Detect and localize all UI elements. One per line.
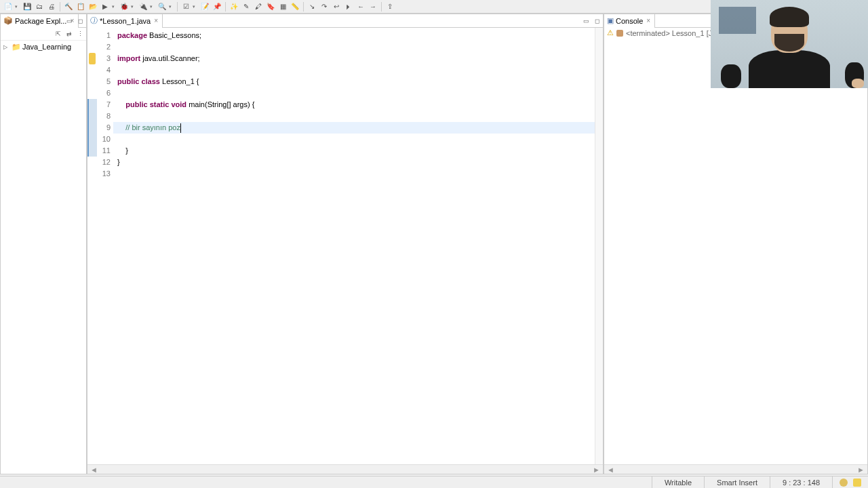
editor-header: Ⓙ *Lesson_1.java × ▭ ◻	[87, 14, 603, 28]
line-number: 12	[97, 157, 113, 168]
code-line[interactable]	[113, 41, 595, 53]
code-line[interactable]: public class Lesson_1 {	[113, 76, 595, 87]
code-line[interactable]	[113, 64, 595, 76]
collapse-icon[interactable]: ⇱	[54, 29, 63, 39]
method-range-marker	[87, 134, 97, 145]
explorer-toolbar: ⇱ ⇄ ⋮	[1, 28, 86, 41]
minimize-icon[interactable]: ▭	[64, 16, 74, 26]
console-tab[interactable]: ▣ Console ×	[604, 14, 655, 28]
dropdown-arrow-icon[interactable]: ▾	[131, 4, 136, 9]
search-button[interactable]: 🔍	[157, 1, 167, 12]
toggle-button[interactable]: ☑	[180, 1, 191, 12]
back-button[interactable]: ←	[355, 1, 366, 12]
mark-button[interactable]: 🔖	[265, 1, 276, 12]
explorer-tree: ▷ 📁 Java_Learning	[1, 41, 86, 474]
code-line[interactable]: // bir sayının poz	[113, 122, 595, 134]
line-number: 2	[97, 41, 113, 53]
method-range-marker	[87, 145, 97, 157]
dropdown-arrow-icon[interactable]: ▾	[193, 4, 198, 9]
print-button[interactable]: 🖨	[46, 1, 57, 12]
code-line[interactable]	[113, 110, 595, 122]
open-button[interactable]: 📂	[87, 1, 98, 12]
dropdown-arrow-icon[interactable]: ▾	[112, 4, 117, 9]
code-line[interactable]	[113, 168, 595, 180]
marker-column	[87, 28, 97, 464]
code-area[interactable]: package Basic_Lessons;import java.util.S…	[113, 28, 595, 464]
method-range-marker	[87, 110, 97, 122]
expand-icon[interactable]: ▷	[3, 44, 10, 50]
minimize-icon[interactable]: ▭	[581, 16, 591, 26]
maximize-icon[interactable]: ◻	[75, 16, 85, 26]
dropdown-arrow-icon[interactable]: ▾	[15, 4, 20, 9]
editor-panel: Ⓙ *Lesson_1.java × ▭ ◻ 12345678910111213…	[87, 14, 604, 474]
line-number: 13	[97, 168, 113, 180]
package-explorer-panel: 📦 Package Expl... × ▭ ◻ ⇱ ⇄ ⋮ ▷ 📁 Java_L…	[0, 14, 87, 474]
project-button[interactable]: 📋	[75, 1, 86, 12]
build-icon[interactable]	[840, 479, 848, 487]
code-line[interactable]: import java.util.Scanner;	[113, 53, 595, 64]
line-number: 1	[97, 30, 113, 41]
debug-button[interactable]: 🐞	[119, 1, 130, 12]
code-line[interactable]: }	[113, 145, 595, 157]
code-line[interactable]: package Basic_Lessons;	[113, 30, 595, 41]
console-title: Console	[616, 17, 643, 25]
explorer-header: 📦 Package Expl... × ▭ ◻	[1, 14, 86, 28]
line-number: 9	[97, 122, 113, 134]
editor-tab[interactable]: Ⓙ *Lesson_1.java ×	[87, 14, 163, 28]
editor-tab-label: *Lesson_1.java	[100, 17, 151, 25]
project-node[interactable]: ▷ 📁 Java_Learning	[2, 42, 85, 52]
status-position: 9 : 23 : 148	[770, 476, 832, 488]
build-button[interactable]: 🔨	[63, 1, 74, 12]
status-bar: Writable Smart Insert 9 : 23 : 148	[0, 476, 868, 488]
explorer-title: Package Expl...	[15, 17, 66, 25]
ext-button[interactable]: 🔌	[138, 1, 149, 12]
java-file-icon: Ⓙ	[90, 16, 98, 26]
step-over-button[interactable]: ↷	[319, 1, 330, 12]
new-button[interactable]: 📄	[3, 1, 14, 12]
terminated-icon	[616, 30, 623, 37]
save-button[interactable]: 💾	[22, 1, 33, 12]
console-output[interactable]	[604, 38, 867, 464]
code-line[interactable]: public static void main(String[] args) {	[113, 99, 595, 110]
line-number: 10	[97, 134, 113, 145]
code-line[interactable]	[113, 134, 595, 145]
code-line[interactable]: }	[113, 157, 595, 168]
dropdown-arrow-icon[interactable]: ▾	[169, 4, 174, 9]
resume-button[interactable]: ⏵	[343, 1, 354, 12]
method-range-marker	[87, 122, 97, 134]
code-line[interactable]	[113, 87, 595, 99]
save-all-button[interactable]: 🗂	[34, 1, 45, 12]
overview-ruler	[595, 28, 603, 464]
status-writable: Writable	[652, 476, 704, 488]
menu-icon[interactable]: ⋮	[75, 29, 85, 39]
package-icon: 📦	[3, 16, 13, 25]
format-button[interactable]: ✎	[241, 1, 252, 12]
code-editor[interactable]: 12345678910111213 package Basic_Lessons;…	[87, 28, 603, 464]
line-number: 7	[97, 99, 113, 110]
fwd-button[interactable]: →	[368, 1, 378, 12]
link-icon[interactable]: ⇄	[64, 29, 74, 39]
line-number: 6	[97, 87, 113, 99]
line-number: 5	[97, 76, 113, 87]
tip-icon[interactable]	[853, 479, 861, 487]
dropdown-arrow-icon[interactable]: ▾	[150, 4, 155, 9]
horizontal-scrollbar[interactable]: ◄►	[87, 464, 603, 474]
step-in-button[interactable]: ↘	[307, 1, 317, 12]
share-button[interactable]: ⇪	[384, 1, 395, 12]
maximize-icon[interactable]: ◻	[592, 16, 601, 26]
block-button[interactable]: ▦	[277, 1, 288, 12]
pin-button[interactable]: 📌	[212, 1, 222, 12]
run-button[interactable]: ▶	[100, 1, 111, 12]
warning-icon[interactable]	[89, 53, 96, 64]
step-ret-button[interactable]: ↩	[331, 1, 342, 12]
close-icon[interactable]: ×	[645, 17, 652, 24]
close-icon[interactable]: ×	[153, 17, 159, 24]
horizontal-scrollbar[interactable]: ◄►	[604, 464, 867, 474]
wand-button[interactable]: ✨	[229, 1, 239, 12]
task-button[interactable]: 📝	[199, 1, 210, 12]
webcam-overlay	[711, 0, 868, 88]
warn-icon: ⚠	[607, 28, 614, 37]
ruler-button[interactable]: 📏	[290, 1, 300, 12]
line-number: 4	[97, 64, 113, 76]
highlight-button[interactable]: 🖍	[253, 1, 264, 12]
